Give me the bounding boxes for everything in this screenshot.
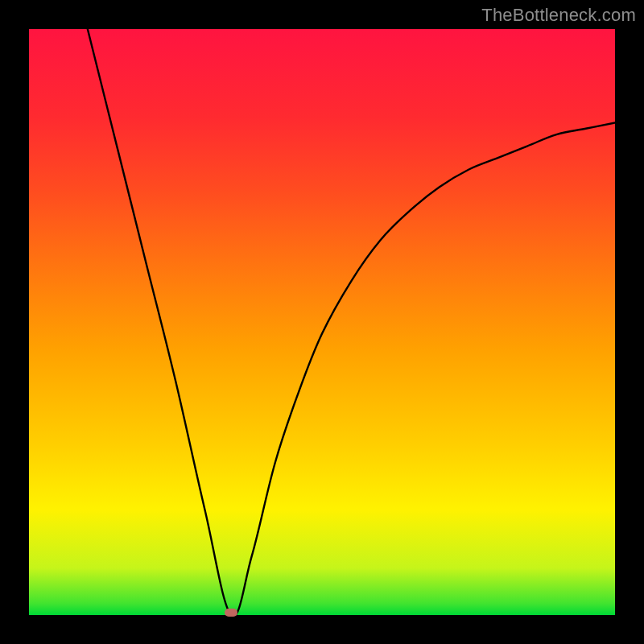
bottleneck-curve bbox=[29, 29, 615, 615]
watermark-text: TheBottleneck.com bbox=[481, 5, 636, 26]
minimum-marker-icon bbox=[225, 609, 237, 617]
chart-frame: TheBottleneck.com bbox=[0, 0, 644, 644]
plot-area bbox=[29, 29, 615, 615]
